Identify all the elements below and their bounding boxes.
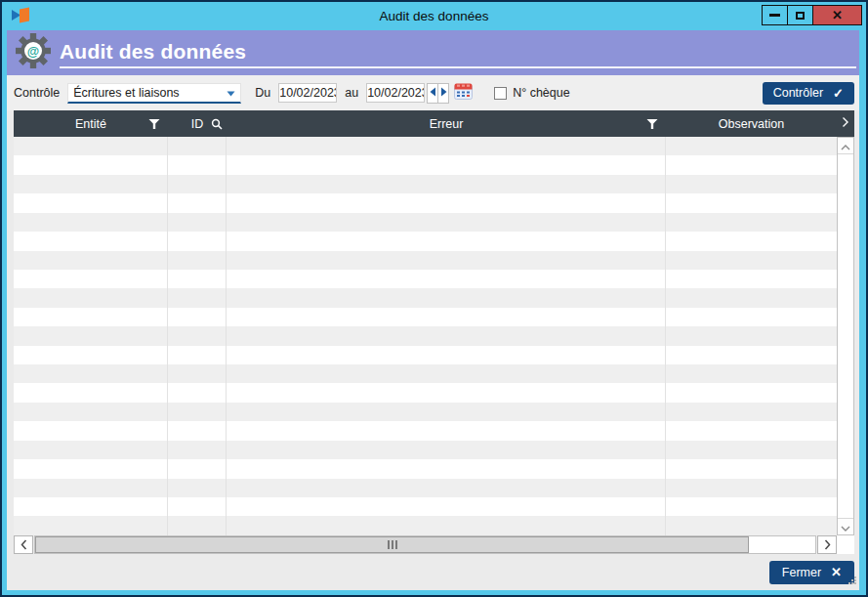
chevron-down-icon: [841, 518, 850, 535]
table-row[interactable]: [14, 383, 837, 402]
minimize-icon: [769, 14, 780, 17]
window-title: Audit des données: [2, 9, 866, 23]
table-cell: [666, 175, 837, 193]
resize-grip-icon[interactable]: [847, 572, 857, 589]
table-cell: [666, 232, 837, 250]
table-cell: [227, 403, 666, 421]
audit-window: Audit des données ✕: [0, 0, 868, 597]
table-cell: [168, 383, 227, 402]
table-cell: [227, 155, 666, 174]
table-row[interactable]: [14, 308, 837, 326]
table-cell: [168, 308, 227, 326]
cheque-checkbox[interactable]: [494, 87, 507, 100]
table-row[interactable]: [14, 251, 837, 270]
filter-icon[interactable]: [646, 118, 658, 129]
table-cell: [227, 251, 666, 270]
cheque-label: N° chèque: [513, 86, 570, 100]
table-cell: [14, 516, 168, 534]
vertical-scroll-track[interactable]: [838, 154, 853, 518]
column-header-id[interactable]: ID: [168, 110, 227, 137]
table-cell: [168, 441, 227, 459]
table-row[interactable]: [14, 364, 837, 383]
table-row[interactable]: [14, 137, 837, 155]
table-cell: [14, 326, 168, 345]
header-more-button[interactable]: [837, 110, 854, 137]
horizontal-scrollbar[interactable]: [14, 535, 854, 554]
table-cell: [666, 497, 837, 516]
maximize-icon: [796, 12, 805, 20]
results-table: Entité ID Erreur: [7, 110, 859, 554]
scroll-left-button[interactable]: [14, 535, 33, 554]
column-label: Observation: [719, 117, 784, 131]
table-cell: [227, 232, 666, 250]
table-row[interactable]: [14, 175, 837, 193]
controler-button[interactable]: Contrôler ✓: [763, 82, 854, 105]
table-cell: [14, 421, 168, 440]
arrow-left-icon: [430, 86, 436, 100]
close-window-button[interactable]: ✕: [812, 5, 862, 25]
filter-icon[interactable]: [148, 118, 160, 129]
scrollbar-corner: [837, 535, 854, 554]
table-cell: [14, 383, 168, 402]
table-cell: [666, 346, 837, 364]
table-row[interactable]: [14, 497, 837, 516]
scroll-down-button[interactable]: [838, 518, 853, 534]
table-row[interactable]: [14, 155, 837, 174]
table-cell: [666, 421, 837, 440]
column-label: Erreur: [430, 117, 464, 131]
table-row[interactable]: [14, 459, 837, 478]
horizontal-scroll-thumb[interactable]: [35, 536, 749, 553]
vertical-scrollbar[interactable]: [837, 137, 854, 535]
table-row[interactable]: [14, 516, 837, 534]
controle-label: Contrôle: [14, 86, 60, 100]
table-row[interactable]: [14, 288, 837, 307]
date-next-button[interactable]: [437, 83, 449, 104]
controler-button-label: Contrôler: [773, 86, 823, 100]
table-cell: [227, 326, 666, 345]
table-cell: [666, 308, 837, 326]
table-cell: [666, 288, 837, 307]
date-from-input[interactable]: [278, 83, 337, 103]
table-row[interactable]: [14, 421, 837, 440]
controle-dropdown[interactable]: Écritures et liaisons: [67, 83, 241, 104]
table-row[interactable]: [14, 346, 837, 364]
table-cell: [227, 441, 666, 459]
page-title: Audit des données: [60, 40, 246, 63]
date-to-input[interactable]: [366, 83, 425, 103]
table-cell: [666, 516, 837, 534]
search-icon[interactable]: [211, 118, 223, 130]
table-cell: [168, 137, 227, 155]
column-header-erreur[interactable]: Erreur: [227, 110, 666, 137]
horizontal-scroll-track[interactable]: [34, 535, 816, 554]
fermer-button[interactable]: Fermer ✕: [769, 561, 854, 584]
table-cell: [168, 346, 227, 364]
table-cell: [168, 459, 227, 478]
scroll-right-button[interactable]: [817, 535, 837, 554]
titlebar[interactable]: Audit des données ✕: [2, 2, 866, 30]
table-cell: [14, 193, 168, 212]
table-cell: [14, 441, 168, 459]
table-cell: [666, 441, 837, 459]
column-header-observation[interactable]: Observation: [666, 110, 837, 137]
table-cell: [227, 270, 666, 288]
table-row[interactable]: [14, 193, 837, 212]
table-cell: [168, 364, 227, 383]
table-cell: [168, 479, 227, 497]
table-cell: [168, 516, 227, 534]
calendar-picker-button[interactable]: [454, 83, 473, 103]
maximize-button[interactable]: [787, 5, 813, 25]
table-row[interactable]: [14, 441, 837, 459]
table-row[interactable]: [14, 270, 837, 288]
column-header-entite[interactable]: Entité: [14, 110, 168, 137]
window-content: @ Audit des données Contrôle Écritures e…: [7, 30, 859, 590]
minimize-button[interactable]: [762, 5, 788, 25]
table-row[interactable]: [14, 479, 837, 497]
scroll-up-button[interactable]: [838, 138, 853, 154]
table-row[interactable]: [14, 232, 837, 250]
table-cell: [227, 288, 666, 307]
table-cell: [666, 213, 837, 232]
table-row[interactable]: [14, 213, 837, 232]
table-row[interactable]: [14, 326, 837, 345]
table-cell: [666, 251, 837, 270]
table-row[interactable]: [14, 403, 837, 421]
